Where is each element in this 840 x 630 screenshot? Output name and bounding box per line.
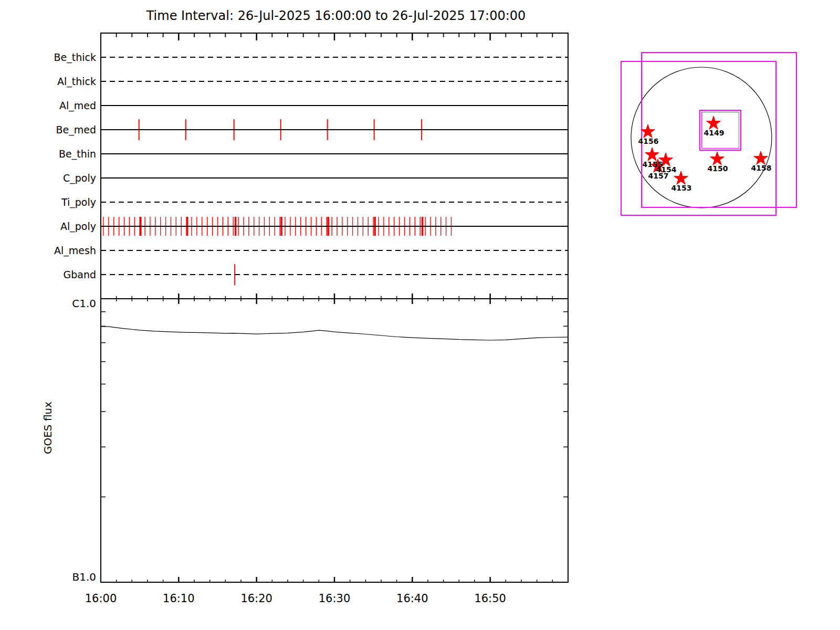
active-region-star-4150 bbox=[710, 152, 724, 165]
goes-y-axis-title: GOES flux bbox=[41, 402, 54, 454]
filter-row-label-Be_med: Be_med bbox=[56, 123, 96, 136]
filter-row-label-Ti_poly: Ti_poly bbox=[61, 196, 96, 208]
filter-row-label-Al_poly: Al_poly bbox=[60, 220, 96, 233]
filter-row-label-C_poly: C_poly bbox=[63, 172, 96, 184]
filter-row-label-Al_mesh: Al_mesh bbox=[54, 244, 96, 257]
goes-flux-curve bbox=[101, 327, 568, 340]
active-region-star-4149 bbox=[707, 116, 721, 129]
time-axis-label-1610: 16:10 bbox=[155, 592, 202, 605]
time-axis-label-1650: 16:50 bbox=[467, 592, 514, 605]
active-region-star-4156 bbox=[641, 124, 655, 138]
time-axis-label-1630: 16:30 bbox=[311, 592, 358, 605]
active-region-label-4155: 4155 bbox=[636, 160, 669, 169]
plot-svg bbox=[0, 0, 840, 630]
screenshot-canvas: Time Interval: 26-Jul-2025 16:00:00 to 2… bbox=[0, 0, 840, 630]
active-region-star-4155 bbox=[645, 148, 659, 161]
filter-row-label-Al_med: Al_med bbox=[59, 99, 96, 112]
filter-row-label-Be_thin: Be_thin bbox=[59, 148, 96, 160]
goes-bottom-axis-label: B1.0 bbox=[72, 571, 96, 583]
page-title: Time Interval: 26-Jul-2025 16:00:00 to 2… bbox=[79, 8, 593, 23]
active-region-label-4150: 4150 bbox=[701, 164, 734, 173]
time-axis-label-1620: 16:20 bbox=[233, 592, 280, 605]
active-region-star-4158 bbox=[754, 151, 768, 164]
active-region-label-4158: 4158 bbox=[745, 164, 778, 172]
active-region-label-4149: 4149 bbox=[698, 129, 730, 137]
goes-panel-border bbox=[101, 299, 568, 582]
filter-row-label-Be_thick: Be_thick bbox=[54, 51, 96, 64]
active-region-label-4153: 4153 bbox=[665, 184, 698, 192]
time-axis-label-1640: 16:40 bbox=[388, 592, 436, 605]
filter-panel-border bbox=[101, 33, 568, 299]
filter-row-label-Gband: Gband bbox=[63, 268, 96, 281]
goes-top-axis-label: C1.0 bbox=[72, 298, 96, 309]
time-axis-label-1600: 16:00 bbox=[77, 592, 124, 605]
filter-row-label-Al_thick: Al_thick bbox=[57, 75, 96, 88]
active-region-label-4156: 4156 bbox=[632, 137, 665, 145]
